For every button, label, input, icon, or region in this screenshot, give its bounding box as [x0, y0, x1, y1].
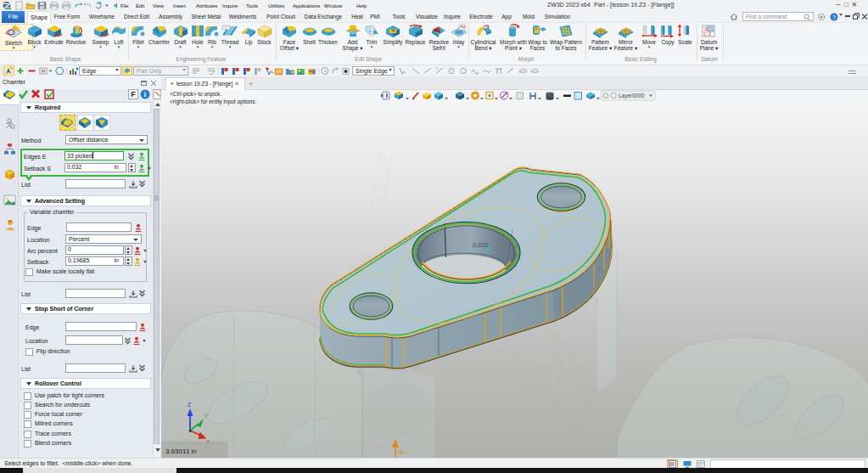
svg-text:Layer0000: Layer0000 [619, 93, 645, 99]
svg-text:F: F [131, 90, 136, 99]
svg-text:?: ? [832, 14, 836, 20]
